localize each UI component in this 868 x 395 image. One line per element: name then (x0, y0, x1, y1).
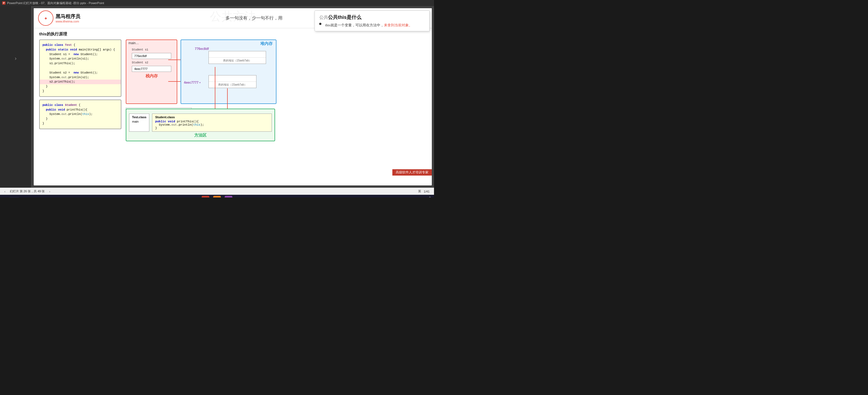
taskbar-icon-pp[interactable]: P (202, 196, 209, 198)
heap-obj-1: 类的地址（15aeb7ab） (209, 51, 266, 64)
taskbar: ⊞ 🔍 P ▶ ☕ ^ ♦ ⊞ 英 ♪ 912 (0, 195, 434, 198)
logo-icon: ✦ (44, 15, 48, 22)
slide-container: ✦ 黑马程序员 www.itheima.com 多一句没有，少一句不行，用 公共… (34, 8, 432, 186)
method-area: Test.class main Student.class public voi… (126, 109, 275, 141)
slide-nav-right[interactable]: › (49, 190, 50, 193)
stack-label-s2: Student s2 (132, 61, 174, 64)
right-diagram: com.itheima.thisdemo.Student@776ec8df co… (126, 39, 426, 171)
lang-indicator: 英 (418, 189, 421, 193)
tooltip-box: 公共公共this是什么 this就是一个变量，可以用在方法中，来拿到当前对象。 (314, 10, 430, 31)
code-box-2: public class Student { public void print… (39, 100, 121, 129)
heap-addr-1: 776ec8df (195, 47, 209, 51)
tooltip-content: this就是一个变量，可以用在方法中，来拿到当前对象。 (319, 23, 425, 28)
test-class-title: Test.class (132, 115, 146, 119)
taskbar-icon-app2[interactable]: ▶ (213, 196, 221, 198)
window-title: PowerPoint 幻灯片放映 - 07、面向对象编程基础 -部分.pptx … (7, 1, 104, 5)
slide-nav-arrow[interactable]: › (14, 55, 17, 62)
slide-nav-left[interactable]: ‹ (4, 190, 5, 193)
heap-section-label: 堆内存 (181, 40, 276, 48)
student-class-title: Student.class (155, 115, 269, 119)
search-bar[interactable]: 🔍 (9, 197, 20, 198)
stack-section-label: 栈内存 (126, 74, 177, 79)
section-title: this的执行原理 (39, 32, 426, 37)
stack-value-s1: 776ec8df (132, 53, 171, 59)
heap-addr-2: 4eec7777 • (184, 81, 200, 84)
title-bar: P PowerPoint 幻灯片放映 - 07、面向对象编程基础 -部分.ppt… (0, 0, 434, 6)
logo-name: 黑马程序员 (56, 13, 80, 20)
stack-title: main… (126, 40, 177, 46)
slide-content: this的执行原理 public class Test { public sta… (34, 28, 432, 174)
logo-area: ✦ 黑马程序员 www.itheima.com (38, 10, 80, 26)
powerpoint-icon: P (2, 1, 5, 5)
logo-url: www.itheima.com (56, 20, 80, 23)
code-box-1: public class Test { public static void m… (39, 39, 121, 97)
status-bar: ‹ 幻灯片 第 26 张，共 49 张 › 英 1/41 (0, 188, 434, 195)
test-class-box: Test.class main (129, 114, 149, 132)
method-section-label: 方法区 (129, 133, 272, 138)
tooltip-title: 公共公共this是什么 (319, 14, 425, 21)
student-class-box: Student.class public void printThis(){ S… (152, 114, 272, 132)
taskbar-time: 912 (428, 196, 431, 198)
left-panel: › (0, 6, 32, 188)
heap-obj-2: 类的地址（15aeb7ab） (209, 75, 256, 88)
slide-info: 幻灯片 第 26 张，共 49 张 (10, 189, 45, 193)
stack-box: main… Student s1 776ec8df Student s2 4ee… (126, 39, 177, 104)
red-banner: 高级软件人才培训专家 (392, 169, 432, 175)
arrow-heap1-down (215, 67, 215, 112)
taskbar-icon-app3[interactable]: ☕ (225, 196, 232, 198)
windows-icon[interactable]: ⊞ (3, 197, 6, 198)
stack-value-s2: 4eec7777 (132, 66, 171, 72)
logo-circle: ✦ (38, 10, 54, 26)
heap-box: 堆内存 776ec8df 类的地址（15aeb7ab） 4eec7777 • (181, 39, 276, 104)
zoom-indicator: 1/41 (424, 190, 430, 193)
stack-label-s1: Student s1 (132, 48, 174, 51)
test-class-main: main (132, 120, 146, 123)
